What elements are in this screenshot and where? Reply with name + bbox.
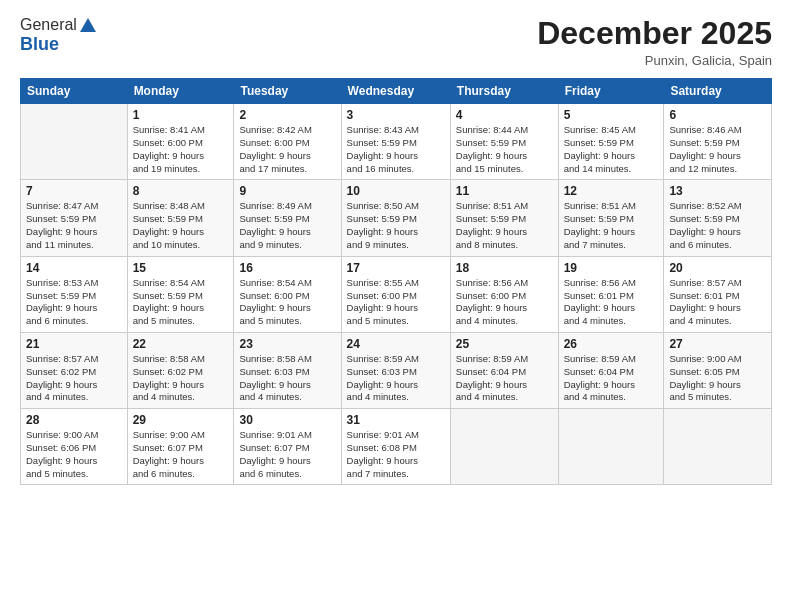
day-info: Sunrise: 8:58 AM Sunset: 6:02 PM Dayligh… (133, 353, 229, 404)
page: General Blue December 2025 Punxin, Galic… (0, 0, 792, 612)
day-info: Sunrise: 8:51 AM Sunset: 5:59 PM Dayligh… (456, 200, 553, 251)
day-number: 8 (133, 184, 229, 198)
day-number: 11 (456, 184, 553, 198)
day-cell: 17Sunrise: 8:55 AM Sunset: 6:00 PM Dayli… (341, 256, 450, 332)
day-cell: 5Sunrise: 8:45 AM Sunset: 5:59 PM Daylig… (558, 104, 664, 180)
day-info: Sunrise: 8:41 AM Sunset: 6:00 PM Dayligh… (133, 124, 229, 175)
day-number: 23 (239, 337, 335, 351)
day-cell: 2Sunrise: 8:42 AM Sunset: 6:00 PM Daylig… (234, 104, 341, 180)
day-info: Sunrise: 8:53 AM Sunset: 5:59 PM Dayligh… (26, 277, 122, 328)
day-number: 6 (669, 108, 766, 122)
header-wednesday: Wednesday (341, 79, 450, 104)
day-info: Sunrise: 9:00 AM Sunset: 6:07 PM Dayligh… (133, 429, 229, 480)
day-cell (558, 409, 664, 485)
logo-blue-text: Blue (20, 34, 97, 55)
day-info: Sunrise: 8:44 AM Sunset: 5:59 PM Dayligh… (456, 124, 553, 175)
day-info: Sunrise: 8:52 AM Sunset: 5:59 PM Dayligh… (669, 200, 766, 251)
day-info: Sunrise: 8:59 AM Sunset: 6:03 PM Dayligh… (347, 353, 445, 404)
week-row-1: 1Sunrise: 8:41 AM Sunset: 6:00 PM Daylig… (21, 104, 772, 180)
day-number: 1 (133, 108, 229, 122)
day-cell (664, 409, 772, 485)
day-number: 20 (669, 261, 766, 275)
day-cell: 4Sunrise: 8:44 AM Sunset: 5:59 PM Daylig… (450, 104, 558, 180)
day-info: Sunrise: 8:45 AM Sunset: 5:59 PM Dayligh… (564, 124, 659, 175)
day-cell: 9Sunrise: 8:49 AM Sunset: 5:59 PM Daylig… (234, 180, 341, 256)
day-info: Sunrise: 8:54 AM Sunset: 6:00 PM Dayligh… (239, 277, 335, 328)
day-number: 29 (133, 413, 229, 427)
day-cell: 26Sunrise: 8:59 AM Sunset: 6:04 PM Dayli… (558, 332, 664, 408)
day-number: 25 (456, 337, 553, 351)
day-cell: 24Sunrise: 8:59 AM Sunset: 6:03 PM Dayli… (341, 332, 450, 408)
day-info: Sunrise: 8:42 AM Sunset: 6:00 PM Dayligh… (239, 124, 335, 175)
day-number: 9 (239, 184, 335, 198)
day-info: Sunrise: 8:59 AM Sunset: 6:04 PM Dayligh… (564, 353, 659, 404)
day-cell: 23Sunrise: 8:58 AM Sunset: 6:03 PM Dayli… (234, 332, 341, 408)
day-info: Sunrise: 8:49 AM Sunset: 5:59 PM Dayligh… (239, 200, 335, 251)
day-number: 31 (347, 413, 445, 427)
day-number: 7 (26, 184, 122, 198)
day-info: Sunrise: 8:57 AM Sunset: 6:01 PM Dayligh… (669, 277, 766, 328)
day-info: Sunrise: 8:59 AM Sunset: 6:04 PM Dayligh… (456, 353, 553, 404)
day-number: 22 (133, 337, 229, 351)
day-cell: 31Sunrise: 9:01 AM Sunset: 6:08 PM Dayli… (341, 409, 450, 485)
header-sunday: Sunday (21, 79, 128, 104)
day-number: 2 (239, 108, 335, 122)
day-cell: 10Sunrise: 8:50 AM Sunset: 5:59 PM Dayli… (341, 180, 450, 256)
day-info: Sunrise: 8:56 AM Sunset: 6:00 PM Dayligh… (456, 277, 553, 328)
day-info: Sunrise: 9:01 AM Sunset: 6:08 PM Dayligh… (347, 429, 445, 480)
day-number: 14 (26, 261, 122, 275)
day-cell: 30Sunrise: 9:01 AM Sunset: 6:07 PM Dayli… (234, 409, 341, 485)
day-cell: 29Sunrise: 9:00 AM Sunset: 6:07 PM Dayli… (127, 409, 234, 485)
title-block: December 2025 Punxin, Galicia, Spain (537, 16, 772, 68)
header-saturday: Saturday (664, 79, 772, 104)
day-cell: 7Sunrise: 8:47 AM Sunset: 5:59 PM Daylig… (21, 180, 128, 256)
day-info: Sunrise: 9:01 AM Sunset: 6:07 PM Dayligh… (239, 429, 335, 480)
day-cell: 18Sunrise: 8:56 AM Sunset: 6:00 PM Dayli… (450, 256, 558, 332)
day-cell: 3Sunrise: 8:43 AM Sunset: 5:59 PM Daylig… (341, 104, 450, 180)
header-tuesday: Tuesday (234, 79, 341, 104)
week-row-4: 21Sunrise: 8:57 AM Sunset: 6:02 PM Dayli… (21, 332, 772, 408)
day-info: Sunrise: 8:56 AM Sunset: 6:01 PM Dayligh… (564, 277, 659, 328)
header-friday: Friday (558, 79, 664, 104)
day-number: 10 (347, 184, 445, 198)
day-info: Sunrise: 8:54 AM Sunset: 5:59 PM Dayligh… (133, 277, 229, 328)
day-info: Sunrise: 8:47 AM Sunset: 5:59 PM Dayligh… (26, 200, 122, 251)
day-cell: 20Sunrise: 8:57 AM Sunset: 6:01 PM Dayli… (664, 256, 772, 332)
day-info: Sunrise: 9:00 AM Sunset: 6:05 PM Dayligh… (669, 353, 766, 404)
day-number: 5 (564, 108, 659, 122)
day-cell: 1Sunrise: 8:41 AM Sunset: 6:00 PM Daylig… (127, 104, 234, 180)
day-info: Sunrise: 8:57 AM Sunset: 6:02 PM Dayligh… (26, 353, 122, 404)
week-row-5: 28Sunrise: 9:00 AM Sunset: 6:06 PM Dayli… (21, 409, 772, 485)
day-info: Sunrise: 9:00 AM Sunset: 6:06 PM Dayligh… (26, 429, 122, 480)
calendar-table: Sunday Monday Tuesday Wednesday Thursday… (20, 78, 772, 485)
header-thursday: Thursday (450, 79, 558, 104)
day-info: Sunrise: 8:48 AM Sunset: 5:59 PM Dayligh… (133, 200, 229, 251)
day-cell (21, 104, 128, 180)
day-cell: 6Sunrise: 8:46 AM Sunset: 5:59 PM Daylig… (664, 104, 772, 180)
day-cell: 8Sunrise: 8:48 AM Sunset: 5:59 PM Daylig… (127, 180, 234, 256)
logo: General Blue (20, 16, 97, 55)
month-title: December 2025 (537, 16, 772, 51)
day-cell: 14Sunrise: 8:53 AM Sunset: 5:59 PM Dayli… (21, 256, 128, 332)
day-number: 16 (239, 261, 335, 275)
day-number: 18 (456, 261, 553, 275)
header: General Blue December 2025 Punxin, Galic… (20, 16, 772, 68)
day-number: 24 (347, 337, 445, 351)
day-info: Sunrise: 8:43 AM Sunset: 5:59 PM Dayligh… (347, 124, 445, 175)
day-info: Sunrise: 8:51 AM Sunset: 5:59 PM Dayligh… (564, 200, 659, 251)
day-number: 15 (133, 261, 229, 275)
day-number: 4 (456, 108, 553, 122)
day-number: 30 (239, 413, 335, 427)
day-number: 27 (669, 337, 766, 351)
day-number: 21 (26, 337, 122, 351)
header-monday: Monday (127, 79, 234, 104)
week-row-2: 7Sunrise: 8:47 AM Sunset: 5:59 PM Daylig… (21, 180, 772, 256)
day-cell: 19Sunrise: 8:56 AM Sunset: 6:01 PM Dayli… (558, 256, 664, 332)
day-cell: 16Sunrise: 8:54 AM Sunset: 6:00 PM Dayli… (234, 256, 341, 332)
weekday-header-row: Sunday Monday Tuesday Wednesday Thursday… (21, 79, 772, 104)
day-cell: 22Sunrise: 8:58 AM Sunset: 6:02 PM Dayli… (127, 332, 234, 408)
location-subtitle: Punxin, Galicia, Spain (537, 53, 772, 68)
day-cell: 21Sunrise: 8:57 AM Sunset: 6:02 PM Dayli… (21, 332, 128, 408)
day-info: Sunrise: 8:58 AM Sunset: 6:03 PM Dayligh… (239, 353, 335, 404)
day-number: 28 (26, 413, 122, 427)
